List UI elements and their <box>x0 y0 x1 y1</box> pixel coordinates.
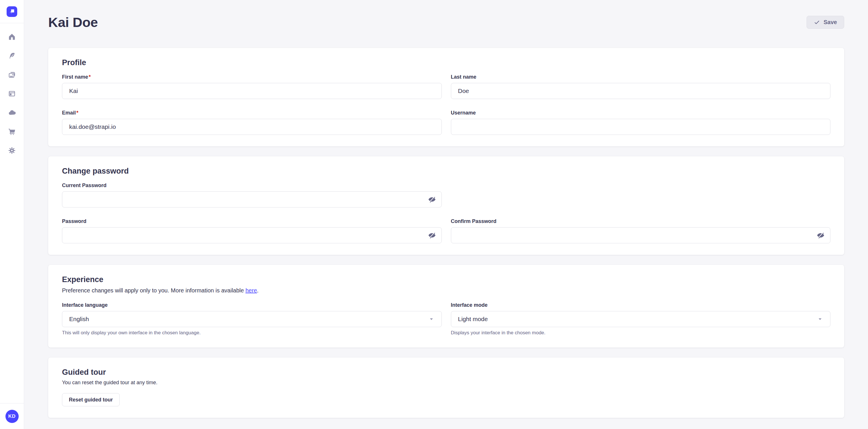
confirm-password-input[interactable] <box>451 227 831 243</box>
interface-language-value: English <box>69 316 89 323</box>
interface-language-select[interactable]: English <box>62 311 442 327</box>
eye-slash-icon <box>428 195 436 203</box>
caret-down-icon <box>428 316 435 322</box>
current-password-field: Current Password <box>62 182 442 207</box>
last-name-label: Last name <box>451 73 831 80</box>
images-icon <box>8 71 16 78</box>
email-field: Email* <box>62 109 442 135</box>
sidebar-item-settings[interactable] <box>0 141 24 160</box>
guided-tour-description: You can reset the guided tour at any tim… <box>62 379 830 386</box>
main-content: Kai Doe Save Profile First name* Last na… <box>24 0 868 429</box>
current-password-input[interactable] <box>62 191 442 207</box>
experience-description-text: Preference changes will apply only to yo… <box>62 287 245 294</box>
profile-card: Profile First name* Last name Email* Use… <box>48 48 844 146</box>
eye-slash-icon <box>817 231 825 239</box>
shopping-cart-icon <box>8 128 16 135</box>
interface-mode-label: Interface mode <box>451 302 831 308</box>
sidebar: KD <box>0 0 24 429</box>
save-button-label: Save <box>824 19 837 26</box>
sidebar-item-home[interactable] <box>0 27 24 46</box>
interface-language-hint: This will only display your own interfac… <box>62 330 442 336</box>
toggle-confirm-password-visibility-button[interactable] <box>816 231 825 240</box>
new-password-input-wrap <box>62 227 442 243</box>
email-input[interactable] <box>62 119 442 135</box>
password-form-grid: Current Password Pass <box>62 182 830 243</box>
email-label: Email* <box>62 109 442 116</box>
confirm-password-field: Confirm Password <box>451 218 831 243</box>
eye-slash-icon <box>428 231 436 239</box>
home-icon <box>8 33 16 41</box>
sidebar-footer: KD <box>0 403 24 429</box>
interface-language-label: Interface language <box>62 302 442 308</box>
experience-description-period: . <box>257 287 259 294</box>
gear-icon <box>8 146 16 154</box>
sidebar-item-content-manager[interactable] <box>0 46 24 65</box>
experience-description: Preference changes will apply only to yo… <box>62 286 830 294</box>
username-label: Username <box>451 109 831 116</box>
reset-guided-tour-button[interactable]: Reset guided tour <box>62 393 120 406</box>
toggle-new-password-visibility-button[interactable] <box>427 231 437 240</box>
sidebar-item-content-type-builder[interactable] <box>0 84 24 103</box>
username-input[interactable] <box>451 119 831 135</box>
first-name-input[interactable] <box>62 83 442 99</box>
change-password-card: Change password Current Password <box>48 156 844 255</box>
new-password-label: Password <box>62 218 442 225</box>
more-information-link[interactable]: here <box>245 287 257 294</box>
new-password-field: Password <box>62 218 442 243</box>
strapi-logo-icon <box>8 7 17 16</box>
last-name-input[interactable] <box>451 83 831 99</box>
first-name-label-text: First name <box>62 74 88 80</box>
interface-mode-value: Light mode <box>458 316 488 323</box>
page-title: Kai Doe <box>48 14 98 30</box>
interface-mode-field: Interface mode Light mode Displays your … <box>451 302 831 336</box>
strapi-logo[interactable] <box>7 6 17 17</box>
guided-tour-title: Guided tour <box>62 367 830 377</box>
page-header: Kai Doe Save <box>48 0 844 30</box>
sidebar-item-cloud[interactable] <box>0 103 24 122</box>
first-name-label: First name* <box>62 73 442 80</box>
interface-mode-hint: Displays your interface in the chosen mo… <box>451 330 831 336</box>
email-label-text: Email <box>62 110 76 116</box>
new-password-input[interactable] <box>62 227 442 243</box>
interface-language-field: Interface language English This will onl… <box>62 302 442 336</box>
app-root: KD Kai Doe Save Profile First name* <box>0 0 868 429</box>
confirm-password-input-wrap <box>451 227 831 243</box>
grid-spacer <box>451 182 831 207</box>
profile-form-grid: First name* Last name Email* Username <box>62 73 830 135</box>
guided-tour-card: Guided tour You can reset the guided tou… <box>48 358 844 418</box>
logo-container <box>0 0 24 23</box>
check-icon <box>814 19 820 26</box>
sidebar-nav <box>0 27 24 160</box>
sidebar-item-marketplace[interactable] <box>0 122 24 141</box>
first-name-field: First name* <box>62 73 442 99</box>
caret-down-icon <box>817 316 823 322</box>
change-password-title: Change password <box>62 166 830 176</box>
required-asterisk: * <box>89 74 91 80</box>
profile-card-title: Profile <box>62 58 830 67</box>
username-field: Username <box>451 109 831 135</box>
last-name-field: Last name <box>451 73 831 99</box>
confirm-password-label: Confirm Password <box>451 218 831 225</box>
experience-card: Experience Preference changes will apply… <box>48 265 844 348</box>
toggle-current-password-visibility-button[interactable] <box>427 195 437 204</box>
user-avatar[interactable]: KD <box>5 410 19 423</box>
sidebar-item-media-library[interactable] <box>0 65 24 84</box>
experience-title: Experience <box>62 275 830 285</box>
experience-form-grid: Interface language English This will onl… <box>62 302 830 336</box>
feather-icon <box>8 52 16 60</box>
current-password-label: Current Password <box>62 182 442 189</box>
interface-mode-select[interactable]: Light mode <box>451 311 831 327</box>
layout-icon <box>8 90 16 98</box>
current-password-input-wrap <box>62 191 442 207</box>
save-button[interactable]: Save <box>807 16 844 29</box>
cloud-icon <box>8 109 16 117</box>
required-asterisk: * <box>76 110 79 116</box>
